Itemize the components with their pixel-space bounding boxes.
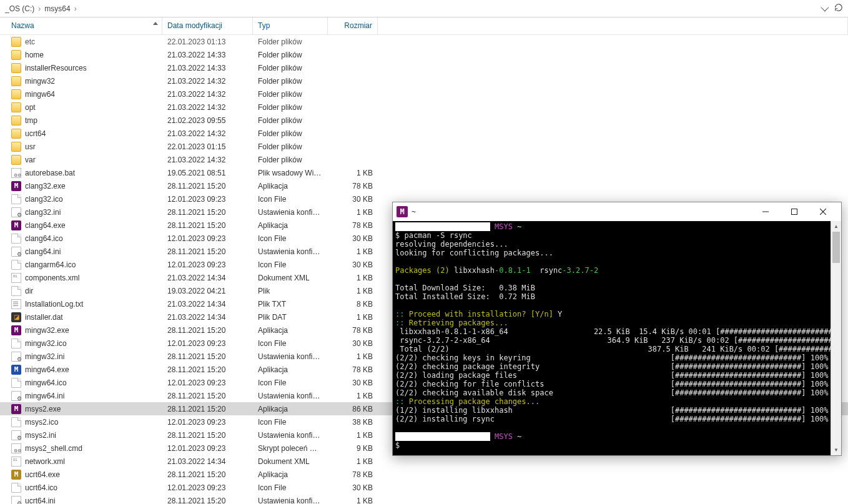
file-row[interactable]: etc22.01.2023 01:13Folder plików [0, 35, 848, 48]
file-row[interactable]: tmp21.02.2023 09:55Folder plików [0, 114, 848, 127]
file-name: mingw32.exe [25, 326, 69, 335]
folder-icon [11, 102, 21, 112]
file-name: ucrt64.ico [25, 483, 57, 492]
file-row[interactable]: usr22.01.2023 01:15Folder plików [0, 140, 848, 153]
column-type[interactable]: Typ [253, 17, 328, 34]
file-type: Folder plików [253, 129, 328, 138]
file-row[interactable]: mingw6421.03.2022 14:32Folder plików [0, 87, 848, 101]
file-icon [11, 299, 21, 309]
file-name: ucrt64 [25, 129, 46, 138]
file-row[interactable]: ucrt6421.03.2022 14:32Folder plików [0, 127, 848, 140]
file-date: 12.01.2023 09:23 [162, 234, 253, 243]
file-name: installer.dat [25, 313, 63, 322]
file-type: Aplikacja [253, 326, 328, 335]
file-type: Aplikacja [253, 182, 328, 190]
file-date: 21.03.2022 14:34 [162, 274, 253, 282]
file-row[interactable]: ucrt64.ico12.01.2023 09:23Icon File30 KB [0, 481, 848, 494]
file-date: 28.11.2021 15:20 [162, 497, 253, 505]
sort-ascending-icon [153, 22, 158, 25]
breadcrumb-part-0[interactable]: _OS (C:) [5, 4, 34, 13]
folder-icon [11, 50, 21, 60]
file-name: msys2_shell.cmd [25, 444, 82, 453]
file-name: clang64.ini [25, 247, 61, 256]
scroll-up-icon[interactable]: ▲ [831, 221, 841, 232]
terminal-body[interactable]: MSYS ~ $ pacman -S rsync resolving depen… [393, 221, 841, 455]
file-date: 28.11.2021 15:20 [162, 365, 253, 374]
breadcrumb-part-1[interactable]: msys64 [44, 4, 70, 13]
folder-icon [11, 89, 21, 99]
file-icon [11, 234, 21, 244]
minimize-button[interactable] [751, 202, 780, 221]
folder-icon [11, 129, 21, 139]
file-size: 1 KB [328, 287, 378, 295]
column-name[interactable]: Nazwa [0, 17, 162, 34]
scroll-thumb[interactable] [832, 232, 840, 263]
file-icon [11, 194, 21, 204]
file-icon [11, 273, 21, 283]
terminal-window[interactable]: M ~ MSYS ~ $ pacman -S rsync resolving d… [392, 202, 842, 456]
column-size[interactable]: Rozmiar [328, 17, 378, 34]
file-name: etc [25, 37, 35, 46]
file-date: 28.11.2021 15:20 [162, 392, 253, 400]
history-dropdown-icon[interactable] [821, 4, 827, 13]
file-size: 9 KB [328, 444, 378, 453]
column-date[interactable]: Data modyfikacji [162, 17, 253, 34]
file-date: 12.01.2023 09:23 [162, 260, 253, 269]
file-row[interactable]: Mucrt64.exe28.11.2021 15:20Aplikacja78 K… [0, 468, 848, 481]
file-row[interactable]: ucrt64.ini28.11.2021 15:20Ustawienia kon… [0, 494, 848, 504]
file-type: Ustawienia konfig... [253, 392, 328, 400]
file-name: mingw64 [25, 90, 55, 99]
refresh-icon[interactable] [834, 3, 843, 14]
file-name: clang32.ini [25, 208, 61, 217]
file-size: 1 KB [328, 497, 378, 505]
file-row[interactable]: var21.03.2022 14:32Folder plików [0, 153, 848, 166]
app-icon: M [11, 404, 21, 414]
file-date: 28.11.2021 15:20 [162, 326, 253, 335]
file-row[interactable]: Mclang32.exe28.11.2021 15:20Aplikacja78 … [0, 179, 848, 192]
folder-icon [11, 76, 21, 86]
file-type: Ustawienia konfig... [253, 352, 328, 361]
file-row[interactable]: autorebase.bat19.05.2021 08:51Plik wsado… [0, 166, 848, 179]
close-button[interactable] [809, 202, 837, 221]
file-type: Folder plików [253, 142, 328, 151]
file-icon [11, 483, 21, 493]
file-row[interactable]: home21.03.2022 14:33Folder plików [0, 48, 848, 61]
file-icon [11, 338, 21, 348]
file-name: home [25, 51, 44, 59]
file-type: Plik TXT [253, 300, 328, 309]
file-icon [11, 260, 21, 270]
file-date: 28.11.2021 15:20 [162, 247, 253, 256]
file-type: Ustawienia konfig... [253, 247, 328, 256]
file-date: 21.03.2022 14:32 [162, 77, 253, 86]
file-row[interactable]: installerResources21.03.2022 14:33Folder… [0, 61, 848, 74]
column-spacer [378, 17, 848, 34]
file-type: Plik DAT [253, 313, 328, 322]
file-name: mingw32.ini [25, 352, 64, 361]
terminal-titlebar[interactable]: M ~ [393, 202, 841, 221]
file-size: 30 KB [328, 378, 378, 387]
file-row[interactable]: mingw3221.03.2022 14:32Folder plików [0, 74, 848, 87]
file-name: mingw32.ico [25, 339, 67, 348]
file-date: 28.11.2021 15:20 [162, 208, 253, 217]
terminal-scrollbar[interactable]: ▲ ▼ [831, 221, 841, 455]
maximize-button[interactable] [780, 202, 809, 221]
file-icon [11, 417, 21, 427]
file-name: ucrt64.exe [25, 470, 60, 479]
file-date: 21.03.2022 14:32 [162, 103, 253, 112]
file-row[interactable]: network.xml21.03.2022 14:34Dokument XML1… [0, 455, 848, 468]
app-icon: M [11, 365, 21, 375]
folder-icon [11, 63, 21, 73]
file-date: 28.11.2021 15:20 [162, 352, 253, 361]
file-date: 21.03.2022 14:32 [162, 156, 253, 164]
file-date: 28.11.2021 15:20 [162, 221, 253, 230]
scroll-down-icon[interactable]: ▼ [831, 445, 841, 455]
breadcrumb[interactable]: _OS (C:) › msys64 › [5, 4, 77, 13]
file-name: clang32.exe [25, 182, 66, 190]
file-type: Aplikacja [253, 470, 328, 479]
file-date: 21.03.2022 14:32 [162, 90, 253, 99]
file-row[interactable]: opt21.03.2022 14:32Folder plików [0, 101, 848, 114]
address-bar[interactable]: _OS (C:) › msys64 › [0, 0, 848, 17]
file-icon [11, 168, 21, 178]
file-size: 78 KB [328, 365, 378, 374]
file-name: opt [25, 103, 36, 112]
